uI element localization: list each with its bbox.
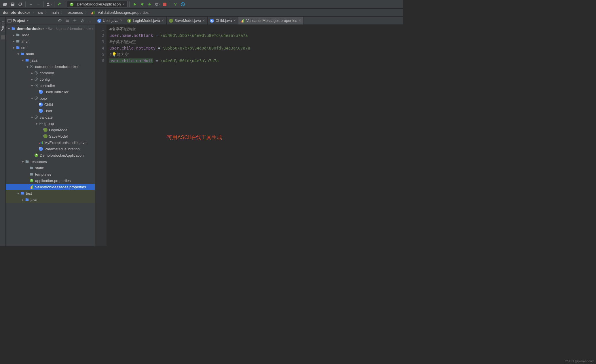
svg-point-15 xyxy=(31,66,32,67)
tree-item[interactable]: application.properties xyxy=(6,177,95,184)
tree-root[interactable]: ▾demofordocker~/iworkspace/demofordocker xyxy=(6,25,95,32)
tree-item[interactable]: ▸.idea xyxy=(6,32,95,38)
tree-item[interactable]: ▾pojo xyxy=(6,95,95,101)
debug-icon[interactable] xyxy=(139,1,146,8)
crumb-item[interactable]: main xyxy=(51,10,59,15)
editor-tab[interactable]: ILoginModel.java✕ xyxy=(125,17,167,24)
crumb-file[interactable]: ValidationMessages.properties xyxy=(98,10,149,15)
dropdown-icon: ▼ xyxy=(26,19,29,22)
user-icon[interactable]: ▾ xyxy=(45,1,52,8)
tree-item[interactable]: templates xyxy=(6,171,95,177)
tree-item[interactable]: ▾validate xyxy=(6,114,95,120)
separator xyxy=(43,1,44,7)
code-editor[interactable]: 123456 #名字不能为空user.name.notBlank = \u540… xyxy=(95,25,403,246)
tree-item[interactable]: ▸common xyxy=(6,70,95,76)
no-entry-icon[interactable] xyxy=(179,1,186,8)
coverage-icon[interactable] xyxy=(146,1,153,8)
code-line[interactable]: user.name.notBlank = \u540d\u5b57\u4e0d\… xyxy=(109,32,400,39)
tree-item[interactable]: ValidationMessages.properties xyxy=(6,184,95,190)
properties-icon xyxy=(91,10,95,15)
tree-item[interactable]: ▾java xyxy=(6,57,95,63)
svg-point-25 xyxy=(36,117,37,118)
close-icon[interactable]: ✕ xyxy=(299,19,301,22)
tree-item[interactable]: ▸config xyxy=(6,76,95,82)
close-icon[interactable]: ✕ xyxy=(120,19,122,22)
svg-point-19 xyxy=(36,79,37,80)
editor-tab[interactable]: CUser.java✕ xyxy=(95,17,125,24)
tree-item[interactable]: DemofordockerApplication xyxy=(6,152,95,158)
forward-icon[interactable]: → xyxy=(35,1,42,8)
code-line[interactable]: user.child.notEmpty = \u5b50\u7c7b\u4e0d… xyxy=(109,45,400,51)
tree-item[interactable]: ▾src xyxy=(6,44,95,51)
refresh-icon[interactable] xyxy=(17,1,24,8)
chevron-icon: 〉 xyxy=(61,10,64,15)
svg-rect-10 xyxy=(8,20,11,20)
run-icon[interactable] xyxy=(131,1,138,8)
svg-rect-30 xyxy=(42,141,43,144)
profile-icon[interactable]: ▾ xyxy=(154,1,161,8)
tree-item[interactable]: ISaveModel xyxy=(6,133,95,139)
close-icon[interactable]: ✕ xyxy=(162,19,164,22)
tree-item[interactable]: CUser xyxy=(6,108,95,114)
editor-tab[interactable]: ValidationMessages.properties✕ xyxy=(238,17,304,24)
dropdown-icon: ▼ xyxy=(122,3,125,6)
open-icon[interactable] xyxy=(2,1,9,8)
tree-item[interactable]: CChild xyxy=(6,101,95,108)
project-vtab[interactable]: Project xyxy=(0,18,5,34)
svg-point-21 xyxy=(36,85,37,86)
tree-item[interactable]: ▾com.demo.demofordocker xyxy=(6,63,95,70)
chevron-icon: 〉 xyxy=(32,10,36,15)
svg-point-23 xyxy=(36,98,37,99)
tree-item[interactable]: ▸.mvn xyxy=(6,38,95,44)
tree-item[interactable]: ▾group xyxy=(6,120,95,127)
tree-item[interactable]: static xyxy=(6,165,95,171)
tree-item[interactable]: MyExceptionHandler.java xyxy=(6,139,95,146)
line-gutter: 123456 xyxy=(95,25,107,246)
minimize-icon[interactable]: — xyxy=(87,18,93,24)
editor-tabs: CUser.java✕ILoginModel.java✕ISaveModel.j… xyxy=(95,17,403,25)
close-icon[interactable]: ✕ xyxy=(233,19,236,22)
project-panel-header: Project ▼ — xyxy=(6,17,95,25)
git-update-icon[interactable] xyxy=(172,1,179,8)
back-icon[interactable]: ← xyxy=(27,1,34,8)
editor-tab[interactable]: CChild.java✕ xyxy=(208,17,238,24)
code-line[interactable]: #名字不能为空 xyxy=(109,26,400,32)
code-line[interactable]: user.child.notNull = \u4e0d\u80fd\u4e3a\… xyxy=(109,58,400,64)
code-line[interactable]: #子类不能为空 xyxy=(109,39,400,45)
save-icon[interactable] xyxy=(9,1,16,8)
project-panel-title[interactable]: Project ▼ xyxy=(7,18,56,23)
gear-icon[interactable] xyxy=(79,18,86,24)
code-line[interactable]: #💡能为空 xyxy=(109,51,400,58)
svg-rect-6 xyxy=(91,13,92,14)
collapse-icon[interactable] xyxy=(72,18,78,24)
separator xyxy=(54,1,54,7)
chevron-icon: 〉 xyxy=(45,10,49,15)
main-toolbar: ← → ▾ DemofordockerApplication ▼ ▾ xyxy=(0,0,403,9)
crumb-root[interactable]: demofordocker xyxy=(3,10,30,15)
svg-point-27 xyxy=(40,123,41,124)
hammer-icon[interactable] xyxy=(56,1,63,8)
tree-item[interactable]: ILoginModel xyxy=(6,127,95,133)
tree-item[interactable]: ▸java xyxy=(6,196,95,203)
expand-icon[interactable] xyxy=(64,18,71,24)
breadcrumb: demofordocker 〉 src 〉 main 〉 resources 〉… xyxy=(0,9,403,17)
bookmark-icon[interactable] xyxy=(1,35,5,39)
tree-item[interactable]: ▾resources xyxy=(6,158,95,165)
tree-item[interactable]: CUserController xyxy=(6,89,95,95)
stop-icon[interactable] xyxy=(161,1,168,8)
run-config-selector[interactable]: DemofordockerApplication ▼ xyxy=(67,1,128,8)
tree-item[interactable]: ▾controller xyxy=(6,82,95,89)
tree-item[interactable]: CParameterCalibration xyxy=(6,146,95,152)
svg-point-17 xyxy=(36,72,37,73)
tree-item[interactable]: ▾main xyxy=(6,51,95,57)
code-content[interactable]: #名字不能为空user.name.notBlank = \u540d\u5b57… xyxy=(107,25,403,246)
tree-item[interactable]: ▾test xyxy=(6,190,95,196)
chevron-icon: 〉 xyxy=(85,10,89,15)
crumb-item[interactable]: resources xyxy=(67,10,83,15)
close-icon[interactable]: ✕ xyxy=(202,19,205,22)
crumb-item[interactable]: src xyxy=(38,10,43,15)
locate-icon[interactable] xyxy=(57,18,63,24)
editor-tab[interactable]: ISaveModel.java✕ xyxy=(167,17,208,24)
project-icon xyxy=(7,19,12,23)
spring-icon xyxy=(69,2,74,7)
